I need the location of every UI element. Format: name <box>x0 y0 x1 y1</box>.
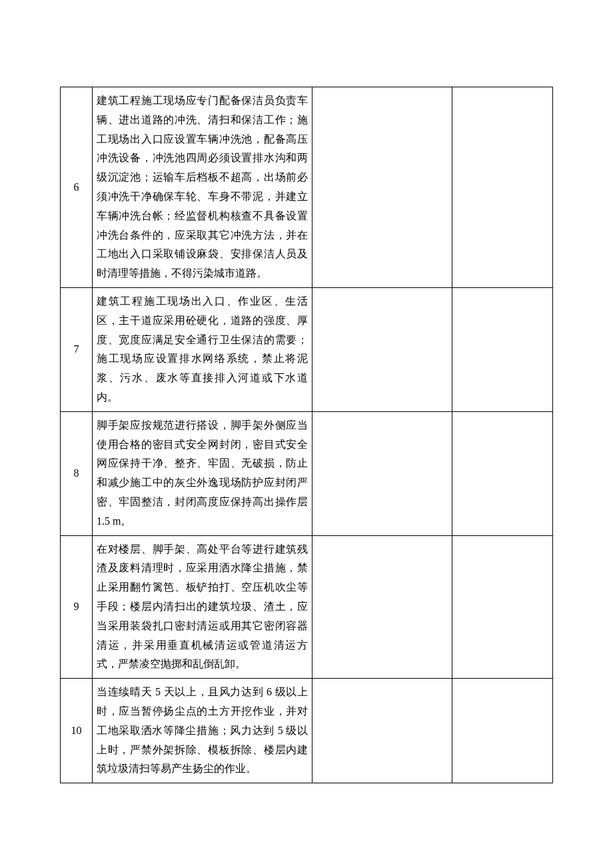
desc-part: 当连续晴天 <box>97 686 155 697</box>
row-col3 <box>312 535 452 679</box>
row-description: 当连续晴天 5 天以上，且风力达到 6 级以上时，应当暂停扬尘点的土方开挖作业，… <box>93 679 312 783</box>
desc-part: 6 <box>267 686 272 697</box>
document-page: 6建筑工程施工现场应专门配备保洁员负责车辆、进出道路的冲洗、清扫和保洁工作；施工… <box>0 0 613 823</box>
table-row: 7建筑工程施工现场出入口、作业区、生活区，主干道应采用砼硬化，道路的强度、厚度、… <box>61 287 553 411</box>
desc-part: 5 <box>155 686 161 697</box>
row-col3 <box>312 87 452 288</box>
row-col4 <box>452 287 553 411</box>
row-description: 建筑工程施工现场应专门配备保洁员负责车辆、进出道路的冲洗、清扫和保洁工作；施工现… <box>93 87 312 288</box>
row-index: 8 <box>61 411 93 535</box>
desc-part: 1.5 m <box>97 515 121 527</box>
row-col4 <box>452 87 553 288</box>
row-col4 <box>452 411 553 535</box>
desc-part: 5 <box>278 725 283 736</box>
row-description: 脚手架应按规范进行搭设，脚手架外侧应当使用合格的密目式安全网封闭，密目式安全网应… <box>93 411 312 535</box>
row-description: 建筑工程施工现场出入口、作业区、生活区，主干道应采用砼硬化，道路的强度、厚度、宽… <box>93 287 312 411</box>
row-index: 10 <box>61 679 93 783</box>
row-col4 <box>452 535 553 679</box>
row-col3 <box>312 287 452 411</box>
table-row: 6建筑工程施工现场应专门配备保洁员负责车辆、进出道路的冲洗、清扫和保洁工作；施工… <box>61 87 553 288</box>
row-col3 <box>312 411 452 535</box>
table-row: 8脚手架应按规范进行搭设，脚手架外侧应当使用合格的密目式安全网封闭，密目式安全网… <box>61 411 553 535</box>
regulation-table: 6建筑工程施工现场应专门配备保洁员负责车辆、进出道路的冲洗、清扫和保洁工作；施工… <box>60 87 553 783</box>
row-index: 7 <box>61 287 93 411</box>
row-col4 <box>452 679 553 783</box>
desc-part: 天以上，且风力达到 <box>161 686 267 697</box>
desc-part: 。 <box>121 515 131 527</box>
table-row: 9在对楼层、脚手架、高处平台等进行建筑残渣及废料清理时，应采用洒水降尘措施，禁止… <box>61 535 553 679</box>
row-index: 6 <box>61 87 93 288</box>
row-index: 9 <box>61 535 93 679</box>
table-row: 10当连续晴天 5 天以上，且风力达到 6 级以上时，应当暂停扬尘点的土方开挖作… <box>61 679 553 783</box>
row-description: 在对楼层、脚手架、高处平台等进行建筑残渣及废料清理时，应采用洒水降尘措施，禁止采… <box>93 535 312 679</box>
row-col3 <box>312 679 452 783</box>
desc-part: 脚手架应按规范进行搭设，脚手架外侧应当使用合格的密目式安全网封闭，密目式安全网应… <box>97 419 308 507</box>
